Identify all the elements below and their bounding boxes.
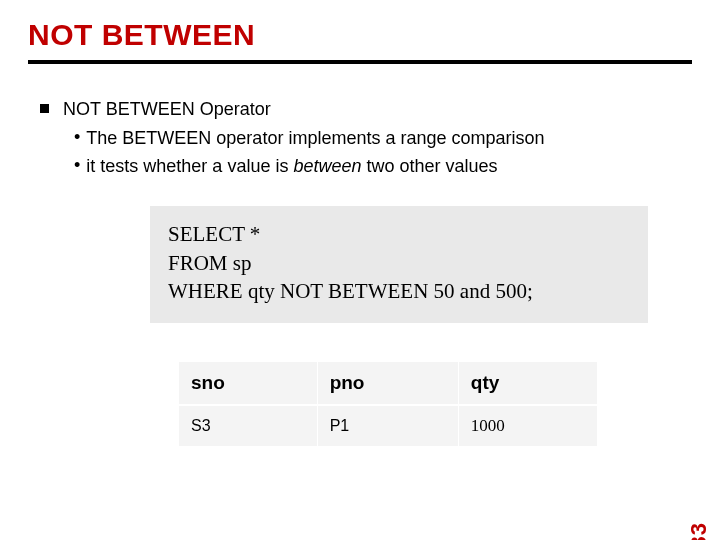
square-bullet-icon [40,104,49,113]
list-item: • it tests whether a value is between tw… [74,155,680,178]
cell-sno: S3 [179,405,318,447]
page-title: NOT BETWEEN [0,0,720,60]
sub-bullet-list: • The BETWEEN operator implements a rang… [74,127,680,178]
result-table: sno pno qty S3 P1 1000 [178,361,598,447]
table-header-sno: sno [179,362,318,406]
content-area: NOT BETWEEN Operator • The BETWEEN opera… [0,64,720,447]
dot-bullet-icon: • [74,127,80,149]
table-header-row: sno pno qty [179,362,598,406]
table-header-qty: qty [458,362,597,406]
cell-qty: 1000 [458,405,597,447]
cell-pno: P1 [317,405,458,447]
sub-bullet-text: it tests whether a value is between two … [86,155,497,178]
sub-text-prefix: it tests whether a value is [86,156,293,176]
code-line: WHERE qty NOT BETWEEN 50 and 500; [168,277,630,305]
table-row: S3 P1 1000 [179,405,598,447]
main-bullet: NOT BETWEEN Operator [40,98,680,121]
slide: NOT BETWEEN NOT BETWEEN Operator • The B… [0,0,720,540]
sub-text-italic: between [293,156,361,176]
sub-bullet-text: The BETWEEN operator implements a range … [86,127,544,150]
table: sno pno qty S3 P1 1000 [178,361,598,447]
sql-code-block: SELECT * FROM sp WHERE qty NOT BETWEEN 5… [150,206,648,323]
main-bullet-text: NOT BETWEEN Operator [63,98,271,121]
page-number: 33 [686,522,712,540]
code-line: FROM sp [168,249,630,277]
code-line: SELECT * [168,220,630,248]
list-item: • The BETWEEN operator implements a rang… [74,127,680,150]
dot-bullet-icon: • [74,155,80,177]
sub-text-suffix: two other values [361,156,497,176]
table-header-pno: pno [317,362,458,406]
